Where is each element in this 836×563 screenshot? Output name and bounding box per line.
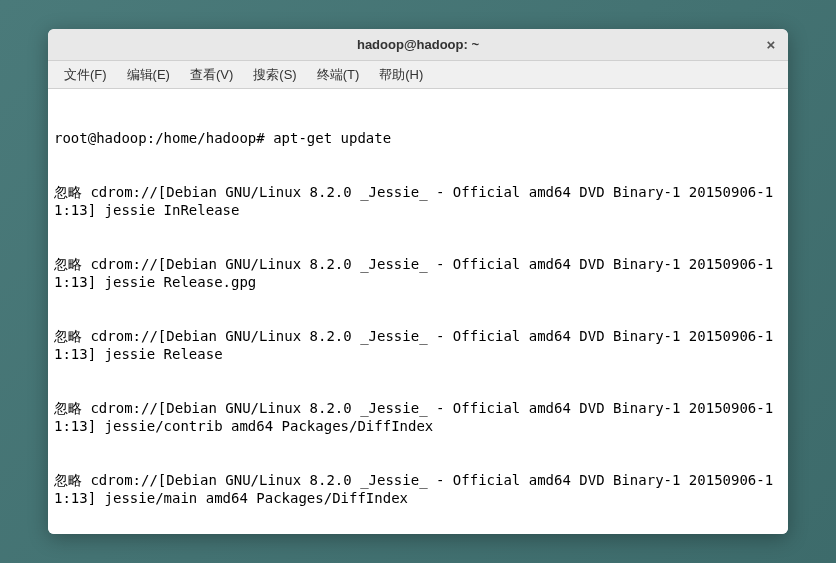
terminal-line: 忽略 cdrom://[Debian GNU/Linux 8.2.0 _Jess… xyxy=(54,327,782,363)
titlebar[interactable]: hadoop@hadoop: ~ × xyxy=(48,29,788,61)
menubar: 文件(F) 编辑(E) 查看(V) 搜索(S) 终端(T) 帮助(H) xyxy=(48,61,788,89)
terminal-window: hadoop@hadoop: ~ × 文件(F) 编辑(E) 查看(V) 搜索(… xyxy=(48,29,788,534)
window-title: hadoop@hadoop: ~ xyxy=(357,37,479,52)
menu-view[interactable]: 查看(V) xyxy=(180,62,243,88)
terminal-line: 忽略 cdrom://[Debian GNU/Linux 8.2.0 _Jess… xyxy=(54,183,782,219)
menu-terminal[interactable]: 终端(T) xyxy=(307,62,370,88)
terminal-line: root@hadoop:/home/hadoop# apt-get update xyxy=(54,129,782,147)
close-icon[interactable]: × xyxy=(764,38,778,52)
terminal-line: 忽略 cdrom://[Debian GNU/Linux 8.2.0 _Jess… xyxy=(54,255,782,291)
terminal-output[interactable]: root@hadoop:/home/hadoop# apt-get update… xyxy=(48,89,788,534)
menu-file[interactable]: 文件(F) xyxy=(54,62,117,88)
menu-search[interactable]: 搜索(S) xyxy=(243,62,306,88)
terminal-line: 忽略 cdrom://[Debian GNU/Linux 8.2.0 _Jess… xyxy=(54,399,782,435)
menu-edit[interactable]: 编辑(E) xyxy=(117,62,180,88)
menu-help[interactable]: 帮助(H) xyxy=(369,62,433,88)
terminal-line: 忽略 cdrom://[Debian GNU/Linux 8.2.0 _Jess… xyxy=(54,471,782,507)
